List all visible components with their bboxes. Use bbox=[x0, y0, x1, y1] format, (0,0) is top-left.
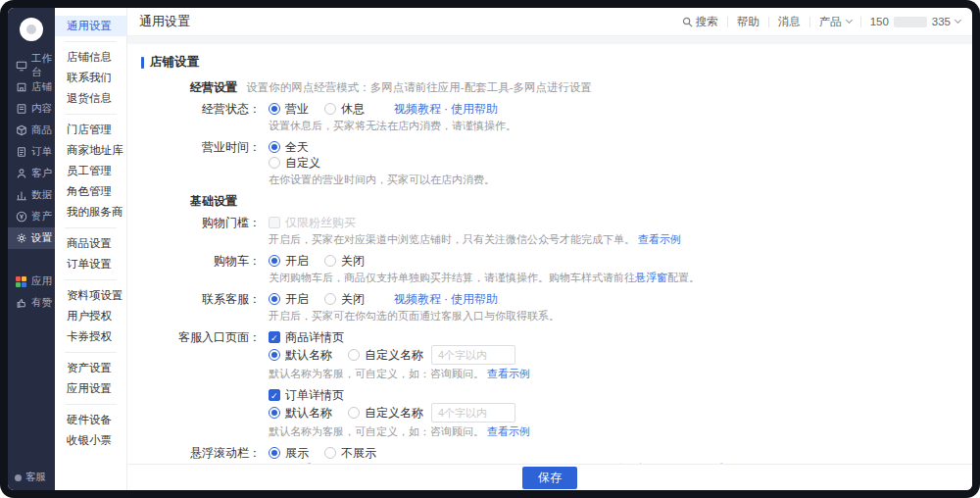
form-row-business-hours: 营业时间： 全天 自定义 在你设置的营业时间内，买家可以在店内消费。 bbox=[141, 139, 972, 186]
sidebar-item-apps[interactable]: 应用 bbox=[8, 271, 55, 292]
view-example-link[interactable]: 查看示例 bbox=[487, 425, 530, 437]
sidebar-item-goods[interactable]: 商品 bbox=[8, 120, 55, 141]
snav-item-hardware[interactable]: 硬件设备 bbox=[55, 410, 126, 430]
radio-contact-on[interactable]: 开启 bbox=[269, 291, 309, 307]
radio-floatbar-hide[interactable]: 不展示 bbox=[324, 445, 376, 461]
radio-label: 自定义名称 bbox=[365, 405, 423, 421]
helper-body: 配置。 bbox=[667, 272, 700, 283]
view-example-link[interactable]: 查看示例 bbox=[487, 368, 530, 379]
radio-business-open[interactable]: 营业 bbox=[269, 101, 309, 117]
chevron-down-icon bbox=[846, 17, 853, 24]
data-icon bbox=[15, 189, 27, 202]
sidebar-item-assets[interactable]: 资产 bbox=[8, 206, 55, 227]
divider bbox=[65, 279, 117, 280]
help-button[interactable]: 帮助 bbox=[737, 15, 760, 29]
account-menu[interactable]: 150 335 bbox=[870, 16, 960, 27]
goods-icon bbox=[15, 124, 27, 137]
snav-item-role-management[interactable]: 角色管理 bbox=[55, 181, 126, 202]
row-label: 购物车： bbox=[141, 253, 261, 284]
row-label: 营业时间： bbox=[141, 139, 261, 186]
page-gap bbox=[127, 36, 972, 44]
snav-item-app-settings[interactable]: 应用设置 bbox=[55, 378, 126, 399]
radio-cart-off[interactable]: 关闭 bbox=[324, 253, 365, 269]
view-example-link[interactable]: 查看示例 bbox=[638, 233, 681, 245]
sidebar-item-youzan[interactable]: 有赞 bbox=[8, 292, 55, 314]
avatar[interactable] bbox=[20, 18, 43, 41]
radio-icon bbox=[324, 293, 336, 305]
radio-hours-allday[interactable]: 全天 bbox=[269, 139, 309, 155]
messages-button[interactable]: 消息 bbox=[778, 15, 801, 29]
radio-hours-custom[interactable]: 自定义 bbox=[269, 155, 320, 171]
radio-label: 关闭 bbox=[341, 253, 365, 269]
sidebar-item-support[interactable]: 客服 bbox=[8, 465, 55, 490]
snav-item-user-authorization[interactable]: 用户授权 bbox=[55, 306, 126, 326]
divider bbox=[65, 41, 117, 42]
checkbox-order-detail-page[interactable] bbox=[269, 389, 280, 401]
search-icon bbox=[682, 17, 693, 27]
sidebar-item-label: 客户 bbox=[31, 167, 52, 180]
helper-text: 在你设置的营业时间内，买家可以在店内消费。 bbox=[269, 173, 495, 186]
content-icon bbox=[15, 103, 27, 116]
radio-cart-on[interactable]: 开启 bbox=[269, 253, 309, 269]
section-title: 店铺设置 bbox=[141, 54, 972, 71]
radio-label: 开启 bbox=[285, 291, 309, 307]
snav-item-my-providers[interactable]: 我的服务商 bbox=[55, 202, 126, 223]
help-link[interactable]: 使用帮助 bbox=[451, 101, 498, 117]
save-button[interactable]: 保存 bbox=[522, 467, 577, 489]
video-tutorial-link[interactable]: 视频教程 bbox=[394, 291, 441, 307]
radio-contact-off[interactable]: 关闭 bbox=[324, 291, 365, 307]
help-link[interactable]: 使用帮助 bbox=[451, 291, 498, 307]
snav-item-goods-settings[interactable]: 商品设置 bbox=[55, 233, 126, 254]
snav-item-general-settings[interactable]: 通用设置 bbox=[55, 16, 126, 36]
account-prefix: 150 bbox=[870, 16, 889, 27]
snav-item-order-settings[interactable]: 订单设置 bbox=[55, 254, 126, 274]
snav-item-assets-settings[interactable]: 资产设置 bbox=[55, 358, 126, 378]
float-window-link[interactable]: 悬浮窗 bbox=[635, 272, 667, 283]
snav-item-return-info[interactable]: 退货信息 bbox=[55, 88, 126, 109]
service-icon bbox=[15, 474, 22, 481]
radio-label: 休息 bbox=[341, 101, 365, 117]
product-custom-name-input[interactable] bbox=[431, 345, 515, 365]
radio-icon bbox=[324, 447, 336, 459]
sidebar-item-label: 商品 bbox=[31, 124, 52, 137]
checkbox-label: 订单详情页 bbox=[285, 387, 344, 403]
radio-order-custom-name[interactable]: 自定义名称 bbox=[348, 405, 423, 421]
secondary-sidebar: 通用设置 店铺信息 联系我们 退货信息 门店管理 商家地址库 员工管理 角色管理… bbox=[55, 8, 127, 490]
group-header-business: 经营设置 设置你的网点经营模式：多网点请前往应用-配套工具-多网点进行设置 bbox=[190, 79, 972, 96]
video-tutorial-link[interactable]: 视频教程 bbox=[394, 101, 441, 117]
snav-item-receipt[interactable]: 收银小票 bbox=[55, 430, 126, 451]
section-title-label: 店铺设置 bbox=[150, 54, 199, 71]
radio-order-default-name[interactable]: 默认名称 bbox=[269, 405, 332, 421]
form-row-service-entry: 客服入口页面： 商品详情页 默认名称 自定义名称 默认名称为客服，可自定义，如：… bbox=[141, 329, 972, 438]
form-row-business-status: 经营状态： 营业 休息 视频教程 · 使用帮助 设置休息后，买家将无法在店内消费… bbox=[141, 101, 972, 132]
sidebar-item-content[interactable]: 内容 bbox=[8, 98, 55, 120]
snav-item-coupon-authorization[interactable]: 卡券授权 bbox=[55, 326, 126, 347]
radio-floatbar-show[interactable]: 展示 bbox=[269, 445, 309, 461]
search-button[interactable]: 搜索 bbox=[682, 15, 718, 29]
sidebar-item-label: 应用 bbox=[31, 274, 52, 288]
sidebar-item-settings[interactable]: 设置 bbox=[8, 227, 55, 249]
snav-item-shop-info[interactable]: 店铺信息 bbox=[55, 47, 126, 68]
snav-item-staff-management[interactable]: 员工管理 bbox=[55, 161, 126, 181]
row-label: 联系客服： bbox=[141, 291, 261, 323]
radio-product-custom-name[interactable]: 自定义名称 bbox=[348, 347, 423, 363]
sidebar-item-label: 数据 bbox=[31, 188, 52, 202]
snav-item-store-management[interactable]: 门店管理 bbox=[55, 120, 126, 140]
snav-item-profile-settings[interactable]: 资料项设置 bbox=[55, 285, 126, 306]
order-custom-name-input[interactable] bbox=[431, 403, 515, 423]
checkbox-fans-only[interactable] bbox=[269, 217, 280, 228]
checkbox-product-detail-page[interactable] bbox=[269, 331, 280, 343]
group-header-basic: 基础设置 bbox=[190, 193, 972, 210]
radio-label: 展示 bbox=[285, 445, 309, 461]
sidebar-item-shop[interactable]: 店铺 bbox=[8, 76, 55, 98]
product-menu[interactable]: 产品 bbox=[819, 15, 852, 29]
snav-item-contact-us[interactable]: 联系我们 bbox=[55, 68, 126, 88]
radio-icon bbox=[269, 255, 280, 267]
sidebar-item-customers[interactable]: 客户 bbox=[8, 163, 55, 184]
radio-product-default-name[interactable]: 默认名称 bbox=[269, 347, 332, 363]
sidebar-item-data[interactable]: 数据 bbox=[8, 184, 55, 206]
radio-business-rest[interactable]: 休息 bbox=[324, 101, 365, 117]
sidebar-item-workbench[interactable]: 工作台 bbox=[8, 55, 55, 76]
sidebar-item-orders[interactable]: 订单 bbox=[8, 141, 55, 163]
snav-item-merchant-address[interactable]: 商家地址库 bbox=[55, 140, 126, 161]
